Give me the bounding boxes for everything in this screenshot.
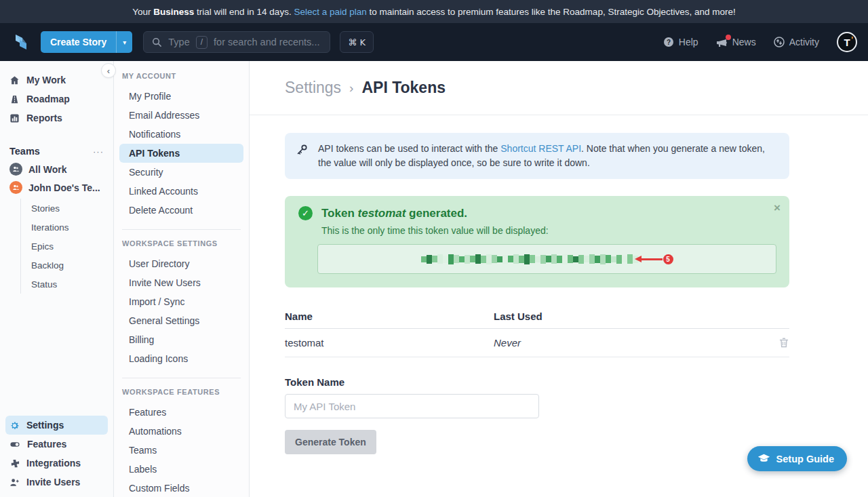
trash-icon — [778, 337, 789, 349]
col-header-last-used: Last Used — [494, 311, 789, 322]
chevron-down-icon: ▾ — [123, 39, 126, 46]
news-button[interactable]: News — [716, 37, 756, 47]
sidebar-item-iterations[interactable]: Iterations — [31, 218, 113, 237]
select-paid-plan-link[interactable]: Select a paid plan — [294, 7, 366, 17]
settings-nav-user-directory[interactable]: User Directory — [114, 254, 249, 273]
token-value-redacted — [421, 254, 638, 264]
settings-nav-features[interactable]: Features — [114, 403, 249, 422]
divider — [122, 378, 241, 378]
sidebar-item-status[interactable]: Status — [31, 275, 113, 294]
shortcut-rest-api-link[interactable]: Shortcut REST API — [500, 143, 581, 154]
sidebar-item-invite-users[interactable]: Invite Users — [0, 473, 113, 492]
settings-nav-custom-fields[interactable]: Custom Fields — [114, 479, 249, 497]
people-icon — [12, 165, 20, 173]
shortcut-logo-icon[interactable] — [11, 32, 31, 52]
sidebar-item-reports[interactable]: Reports — [0, 108, 113, 127]
search-placeholder-post: for search and recents... — [214, 37, 319, 47]
section-title-workspace-features: WORKSPACE FEATURES — [114, 388, 249, 396]
settings-nav-loading-icons[interactable]: Loading Icons — [114, 349, 249, 368]
generate-token-button[interactable]: Generate Token — [285, 430, 376, 454]
search-placeholder-pre: Type — [168, 37, 189, 47]
app-header: Create Story ▾ Type / for search and rec… — [0, 23, 868, 61]
table-row: testomat Never — [285, 329, 789, 357]
slash-key-hint: / — [196, 36, 208, 49]
settings-nav-automations[interactable]: Automations — [114, 422, 249, 441]
settings-nav-email-addresses[interactable]: Email Addresses — [114, 106, 249, 125]
sidebar-item-my-work[interactable]: My Work — [0, 71, 113, 90]
annotation-arrow: 5 — [641, 254, 673, 264]
collapse-sidebar-button[interactable]: ‹ — [101, 63, 116, 78]
key-icon — [296, 144, 308, 155]
settings-nav-linked-accounts[interactable]: Linked Accounts — [114, 182, 249, 201]
search-icon — [152, 37, 162, 47]
settings-nav-notifications[interactable]: Notifications — [114, 125, 249, 144]
create-story-label[interactable]: Create Story — [41, 31, 116, 53]
alert-subtitle: This is the only time this token value w… — [321, 225, 776, 236]
delete-token-button[interactable] — [778, 337, 789, 349]
road-icon — [9, 94, 20, 104]
token-value-box: 5 — [317, 244, 776, 274]
toggle-icon — [9, 439, 20, 450]
close-icon[interactable]: × — [774, 201, 781, 215]
help-button[interactable]: ? Help — [663, 37, 698, 47]
svg-text:?: ? — [667, 39, 671, 46]
all-work-avatar — [9, 163, 22, 176]
breadcrumb-settings[interactable]: Settings — [285, 79, 341, 97]
sidebar-item-roadmap[interactable]: Roadmap — [0, 90, 113, 108]
sidebar-item-settings[interactable]: Settings — [5, 416, 108, 435]
settings-nav-api-tokens[interactable]: API Tokens — [119, 144, 243, 163]
settings-nav-delete-account[interactable]: Delete Account — [114, 201, 249, 220]
create-token-form: Token Name Generate Token — [285, 376, 868, 454]
page-title: API Tokens — [361, 79, 446, 97]
settings-nav-general-settings[interactable]: General Settings — [114, 311, 249, 330]
setup-guide-button[interactable]: Setup Guide — [747, 446, 847, 471]
primary-sidebar: My Work Roadmap Reports Teams ··· All Wo… — [0, 61, 114, 497]
settings-nav-invite-new-users[interactable]: Invite New Users — [114, 273, 249, 292]
token-row-name: testomat — [285, 337, 494, 349]
info-text: API tokens can be used to interact with … — [318, 142, 778, 170]
graduation-cap-icon — [757, 454, 770, 464]
tokens-table: Name Last Used testomat Never — [285, 304, 789, 357]
section-title-workspace-settings: WORKSPACE SETTINGS — [114, 239, 249, 247]
settings-nav-security[interactable]: Security — [114, 163, 249, 182]
header-actions: ? Help News Activity T ' — [663, 32, 857, 52]
user-avatar[interactable]: T ' — [837, 32, 857, 52]
sidebar-item-stories[interactable]: Stories — [31, 199, 113, 218]
sidebar-item-epics[interactable]: Epics — [31, 237, 113, 256]
search-input[interactable]: Type / for search and recents... — [143, 31, 330, 53]
chevron-left-icon: ‹ — [107, 66, 110, 76]
create-story-caret[interactable]: ▾ — [116, 31, 132, 53]
teams-menu-button[interactable]: ··· — [93, 146, 104, 157]
settings-nav-import-sync[interactable]: Import / Sync — [114, 292, 249, 311]
create-story-button[interactable]: Create Story ▾ — [41, 31, 132, 53]
token-name-label: Token Name — [285, 376, 868, 388]
trial-banner-text: Your Business trial will end in 14 days.… — [132, 7, 735, 17]
activity-button[interactable]: Activity — [774, 37, 819, 47]
team-all-work[interactable]: All Work — [0, 160, 113, 178]
divider — [122, 229, 241, 230]
settings-sidebar: MY ACCOUNT My Profile Email Addresses No… — [114, 61, 250, 497]
sidebar-item-backlog[interactable]: Backlog — [31, 256, 113, 275]
table-header-row: Name Last Used — [285, 304, 789, 329]
avatar-accent-mark: ' — [851, 35, 853, 45]
main-content: Settings › API Tokens API tokens can be … — [250, 61, 868, 497]
command-k-shortcut[interactable]: ⌘ K — [340, 31, 374, 53]
sidebar-item-integrations[interactable]: Integrations — [0, 454, 113, 473]
sidebar-item-features[interactable]: Features — [0, 435, 113, 454]
settings-nav-my-profile[interactable]: My Profile — [114, 87, 249, 106]
activity-icon — [774, 37, 785, 47]
sidebar-bottom-group: Settings Features Integrations Invite Us… — [0, 416, 113, 492]
token-name-input[interactable] — [285, 394, 539, 418]
settings-nav-labels[interactable]: Labels — [114, 460, 249, 479]
red-arrow-icon — [641, 258, 663, 260]
news-notification-dot — [726, 35, 731, 40]
settings-nav-teams[interactable]: Teams — [114, 441, 249, 460]
token-generated-alert: × ✓ Token testomat generated. This is th… — [285, 196, 789, 287]
breadcrumb-separator-icon: › — [349, 81, 353, 96]
gear-icon — [9, 420, 20, 431]
john-does-team-avatar — [9, 181, 22, 194]
puzzle-icon — [9, 458, 20, 469]
settings-nav-billing[interactable]: Billing — [114, 330, 249, 349]
team-john-does-team[interactable]: John Doe's Te... — [0, 178, 113, 197]
people-icon — [12, 184, 20, 191]
